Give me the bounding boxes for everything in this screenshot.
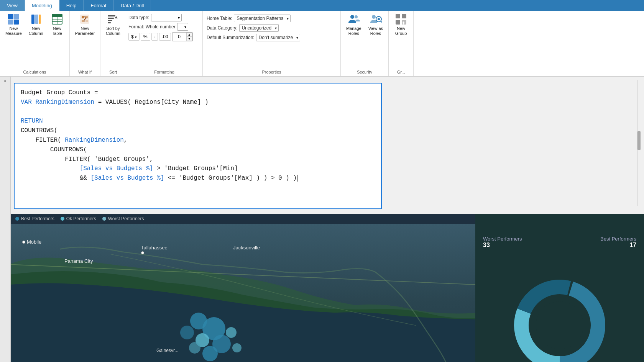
sort-by-column-button[interactable]: Sort by Column [103,11,123,38]
code-line-8: FILTER( 'Budget Groups', [21,155,375,164]
city-jacksonville: Jacksonville [233,245,260,251]
sort-icon [107,13,119,25]
formatting-group-label: Formatting [128,69,200,75]
svg-point-37 [226,327,237,338]
code-line-4: RETURN [21,116,375,126]
code-line-3 [21,107,375,117]
code-scrollbar[interactable] [637,80,641,206]
map-section: Best Performers Ok Performers Worst Perf… [11,214,475,362]
tab-format[interactable]: Format [84,0,113,11]
map-background: Mobile Tallahassee Jacksonville Panama C… [11,224,475,362]
svg-point-44 [536,301,583,349]
new-measure-button[interactable]: New Measure [2,11,25,38]
data-category-label: Data Category: [207,25,238,31]
sort-line1: Sort by [106,26,120,31]
view-as-roles-button[interactable]: View as Roles [365,11,386,38]
new-column-line1: New [29,26,43,31]
data-type-label: Data type: [128,15,150,20]
new-parameter-button[interactable]: ? New Parameter [72,11,98,38]
svg-rect-1 [35,15,38,24]
manage-roles-button[interactable]: Manage Roles [343,11,365,38]
new-column-button[interactable]: New Column [26,11,46,38]
properties-group-label: Properties [205,69,338,75]
code-line-1: Budget Group Counts = [21,88,375,98]
svg-rect-25 [396,14,400,18]
decimal-up-button[interactable]: ▲ [186,33,192,37]
code-editor[interactable]: Budget Group Counts = VAR RankingDimensi… [14,83,382,209]
default-summ-label: Default Summarization: [207,35,255,40]
svg-rect-14 [108,15,115,16]
legend-ok-dot [61,217,64,221]
tab-data-drill[interactable]: Data / Drill [114,0,151,11]
map-panel[interactable]: Mobile Tallahassee Jacksonville Panama C… [11,224,475,362]
svg-rect-15 [108,18,114,19]
group-calculations: New Measure New Column [0,11,70,76]
group-sort: Sort by Column Sort [100,11,126,76]
new-parameter-line2: Parameter [75,31,95,36]
ribbon: View Modeling Help Format Data / Drill [0,0,644,77]
column-icon [30,13,42,25]
bubble-group-1 [172,298,248,362]
group-whatif: ? New Parameter What If [70,11,100,76]
donut-chart-area: Worst Performers 33 Best Performers 17 O… [475,228,644,362]
group-gr: New Group Gr... [389,11,414,76]
sidebar-handle[interactable]: ≡ [3,78,7,84]
code-line-2: VAR RankingDimension = VALUES( Regions[C… [21,98,375,107]
svg-point-36 [189,342,200,354]
tab-view[interactable]: View [0,0,25,11]
view-as-roles-icon [370,13,382,25]
legend-best-dot [15,217,19,221]
city-mobile: Mobile [22,239,41,245]
decimal-value-input[interactable] [172,33,186,40]
new-table-line2: Table [52,31,62,36]
data-type-dropdown[interactable] [151,14,182,21]
legend-worst: Worst Performers [102,216,144,221]
svg-rect-27 [396,20,400,25]
svg-rect-17 [108,22,111,23]
new-parameter-line1: New [75,26,95,31]
new-column-line2: Column [29,31,43,36]
city-tallahassee: Tallahassee [141,245,168,254]
view-as-roles-line1: View as [368,26,383,31]
code-line-6: FILTER( RankingDimension, [21,136,375,145]
view-as-roles-line2: Roles [368,31,383,36]
percent-button[interactable]: % [141,33,150,41]
new-group-line2: Group [395,31,407,36]
calculations-group-label: Calculations [2,69,67,75]
format-dropdown[interactable] [177,23,188,31]
code-scrollbar-thumb [637,131,641,150]
decimal-button[interactable]: .00 [159,33,171,41]
new-group-button[interactable]: New Group [391,11,411,38]
decimal-down-button[interactable]: ▼ [186,37,192,41]
svg-rect-11 [85,16,88,18]
content-area: Budget Group Counts = VAR RankingDimensi… [11,77,644,362]
tab-modeling[interactable]: Modeling [25,0,59,11]
home-table-dropdown[interactable]: Segmentation Patterns [234,15,291,22]
tab-help[interactable]: Help [59,0,84,11]
dot-button[interactable]: · [151,33,158,41]
svg-point-21 [372,15,376,19]
currency-button[interactable]: $ ▾ [128,33,140,41]
data-category-dropdown[interactable]: Uncategorized [239,24,279,32]
default-summ-dropdown[interactable]: Don't summarize [256,34,301,41]
group-formatting: Data type: Format: Whole number $ ▾ % · [126,11,203,76]
svg-point-40 [232,343,242,352]
legend-bar: Best Performers Ok Performers Worst Perf… [11,214,475,224]
measure-icon [7,13,20,25]
visualization-area: Best Performers Ok Performers Worst Perf… [11,214,644,362]
security-group-label: Security [343,69,386,75]
manage-roles-line2: Roles [346,31,361,36]
format-label: Format: Whole number [128,24,176,29]
manage-roles-icon [348,13,360,25]
new-measure-line2: Measure [5,31,22,36]
legend-ok: Ok Performers [61,216,96,221]
new-table-line1: New [52,26,62,31]
code-line-5: COUNTROWS( [21,126,375,136]
manage-roles-line1: Manage [346,26,361,31]
svg-point-39 [202,346,218,361]
whatif-group-label: What If [72,69,98,75]
sort-line2: Column [106,31,120,36]
table-icon [51,13,63,25]
svg-point-38 [180,326,194,339]
new-table-button[interactable]: New Table [47,11,67,38]
